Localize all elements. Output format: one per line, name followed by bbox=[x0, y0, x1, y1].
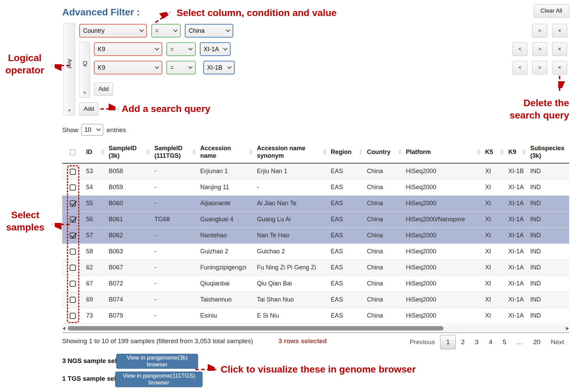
field-select-2[interactable]: K9 bbox=[94, 42, 162, 56]
sort-icon[interactable] bbox=[522, 149, 526, 154]
cell-region: EAS bbox=[328, 260, 364, 276]
page-2[interactable]: 2 bbox=[456, 335, 470, 349]
horizontal-scrollbar[interactable] bbox=[62, 325, 569, 332]
view-pangenome-111tgs-button[interactable]: View in pangeome(111TGS) browser bbox=[115, 372, 203, 387]
cell-country: China bbox=[364, 292, 403, 308]
cell-accession_name: Funingzipigengzi bbox=[197, 260, 254, 276]
page-…[interactable]: … bbox=[511, 335, 528, 349]
chevron-down-icon bbox=[188, 65, 193, 69]
outdent-query-button[interactable]: < bbox=[512, 42, 527, 56]
samples-table: IDSampleID (3k)SampleID (111TGS)Accessio… bbox=[62, 141, 569, 324]
page-3[interactable]: 3 bbox=[470, 335, 484, 349]
value-select-2[interactable]: XI-1A bbox=[200, 42, 231, 56]
sort-icon[interactable] bbox=[477, 149, 481, 154]
field-select-2-value: K9 bbox=[98, 46, 105, 53]
field-select-3[interactable]: K9 bbox=[94, 61, 162, 74]
table-body: 53B058-Erjiunan 1Erjiu Nan 1EASChinaHiSe… bbox=[62, 163, 569, 324]
delete-query-button[interactable]: × bbox=[552, 42, 567, 56]
cell-sample_id_3k: B063 bbox=[106, 243, 152, 260]
scrollbar-thumb[interactable] bbox=[68, 326, 443, 331]
column-label: Accession name bbox=[200, 145, 231, 159]
chevron-down-icon bbox=[226, 28, 230, 32]
operator-select-2[interactable]: = bbox=[166, 42, 196, 56]
add-condition-button[interactable]: Add bbox=[94, 83, 113, 96]
or-operator-label[interactable]: Or bbox=[80, 42, 90, 86]
query-controls-row-1: >× bbox=[465, 24, 567, 38]
cell-id: 53 bbox=[83, 163, 106, 179]
outdent-query-button[interactable]: < bbox=[512, 61, 527, 74]
page-4[interactable]: 4 bbox=[484, 335, 498, 349]
sort-icon[interactable] bbox=[101, 149, 104, 154]
value-select-3[interactable]: XI-1B bbox=[203, 61, 235, 74]
and-operator-label[interactable]: And bbox=[64, 24, 75, 103]
table-row[interactable]: 55B060-AijiaonanteAi Jiao Nan TeEASChina… bbox=[62, 195, 569, 211]
sort-icon[interactable] bbox=[500, 149, 504, 154]
column-header-k9[interactable]: K9 bbox=[506, 141, 527, 163]
table-row[interactable]: 73B079-EsiniuE Si NiuEASChinaHiSeq2000XI… bbox=[62, 308, 569, 324]
sort-icon[interactable] bbox=[147, 149, 150, 154]
cell-country: China bbox=[364, 227, 403, 243]
scroll-right-icon[interactable] bbox=[566, 327, 569, 330]
table-row[interactable]: 53B058-Erjiunan 1Erjiu Nan 1EASChinaHiSe… bbox=[62, 163, 569, 179]
column-header-country[interactable]: Country bbox=[364, 141, 403, 163]
cell-k5: XI bbox=[482, 308, 506, 324]
clear-all-button[interactable]: Clear All bbox=[534, 4, 569, 18]
cell-subspecies_3k: IND bbox=[527, 163, 569, 179]
table-row[interactable]: 54B059-Nanjing 11-EASChinaHiSeq2000XIXI-… bbox=[62, 179, 569, 195]
sort-icon[interactable] bbox=[359, 149, 362, 154]
cell-region: EAS bbox=[328, 211, 364, 227]
cell-accession_name: Esiniu bbox=[197, 308, 254, 324]
value-select-1[interactable]: China bbox=[185, 24, 233, 38]
column-label: Country bbox=[367, 149, 390, 155]
sort-icon[interactable] bbox=[323, 149, 326, 154]
column-header-subspecies_3k: Subspecies (3k) bbox=[527, 141, 569, 163]
column-header-k5[interactable]: K5 bbox=[482, 141, 506, 163]
indent-query-button[interactable]: > bbox=[532, 42, 547, 56]
scroll-left-icon[interactable] bbox=[63, 327, 65, 330]
cell-platform: HiSeq2000 bbox=[403, 227, 482, 243]
add-query-button[interactable]: Add bbox=[79, 102, 98, 115]
select-all-checkbox[interactable] bbox=[70, 149, 76, 155]
sort-icon[interactable] bbox=[192, 149, 196, 154]
cell-accession_name: Nantehao bbox=[197, 227, 254, 243]
cell-region: EAS bbox=[328, 163, 364, 179]
column-header-sample_id_3k[interactable]: SampleID (3k) bbox=[106, 141, 152, 163]
operator-select-3[interactable]: = bbox=[166, 61, 196, 74]
column-label: Platform bbox=[406, 149, 431, 155]
page-next[interactable]: Next bbox=[546, 335, 569, 349]
page-length-select[interactable]: 10 bbox=[81, 124, 103, 136]
field-select-1[interactable]: Country bbox=[79, 24, 147, 38]
field-select-1-value: Country bbox=[83, 27, 105, 34]
indent-query-button[interactable]: > bbox=[532, 61, 547, 74]
table-row[interactable]: 56B061TG68Guangluai 4Guang Lu AiEASChina… bbox=[62, 211, 569, 227]
operator-select-1[interactable]: = bbox=[151, 24, 181, 38]
view-pangenome-3k-button[interactable]: View in pangenome(3k) browser bbox=[116, 354, 198, 369]
table-row[interactable]: 67B072-QiuqianbaiQiu Qian BaiEASChinaHiS… bbox=[62, 276, 569, 292]
indent-query-button[interactable]: > bbox=[532, 24, 547, 38]
delete-subgroup-icon[interactable]: × bbox=[80, 89, 90, 95]
page-20[interactable]: 20 bbox=[528, 335, 546, 349]
column-header-platform[interactable]: Platform bbox=[403, 141, 482, 163]
page-1[interactable]: 1 bbox=[440, 335, 456, 349]
column-label: SampleID (3k) bbox=[109, 145, 137, 159]
table-row[interactable]: 57B062-NantehaoNan Te HaoEASChinaHiSeq20… bbox=[62, 227, 569, 243]
page-5[interactable]: 5 bbox=[497, 335, 511, 349]
chevron-down-icon bbox=[155, 46, 159, 51]
page-previous[interactable]: Previous bbox=[404, 335, 440, 349]
delete-query-button[interactable]: × bbox=[552, 61, 567, 74]
cell-platform: HiSeq2000 bbox=[403, 195, 482, 211]
table-row[interactable]: 58B063-Guizhao 2Guichao 2EASChinaHiSeq20… bbox=[62, 243, 569, 260]
delete-group-icon[interactable]: × bbox=[64, 107, 75, 113]
column-header-region[interactable]: Region bbox=[328, 141, 364, 163]
column-header-sample_id_111tgs[interactable]: SampleID (111TGS) bbox=[152, 141, 197, 163]
table-row[interactable]: 62B067-FuningzipigengziFu Ning Zi Pi Gen… bbox=[62, 260, 569, 276]
sort-icon[interactable] bbox=[398, 149, 401, 154]
delete-query-button[interactable]: × bbox=[552, 24, 567, 38]
table-row[interactable]: 69B074-TaishannuoTai Shan NuoEASChinaHiS… bbox=[62, 292, 569, 308]
sort-icon[interactable] bbox=[249, 149, 252, 154]
cell-k9: XI-1B bbox=[506, 163, 527, 179]
cell-accession_name: Aijiaonante bbox=[197, 195, 254, 211]
column-header-accession_name_synonym[interactable]: Accession name synonym bbox=[254, 141, 328, 163]
column-header-accession_name[interactable]: Accession name bbox=[197, 141, 254, 163]
column-header-id[interactable]: ID bbox=[83, 141, 106, 163]
